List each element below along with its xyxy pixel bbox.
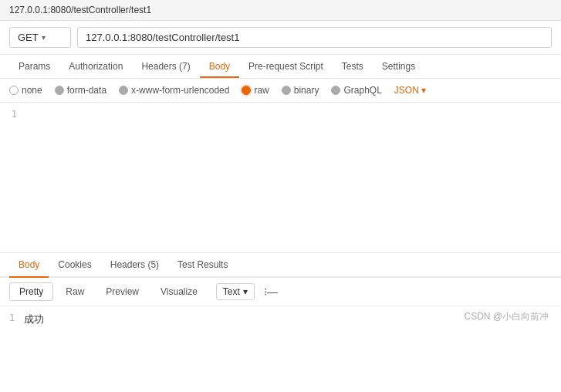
option-binary[interactable]: binary: [282, 85, 319, 96]
url-input[interactable]: [77, 27, 552, 48]
format-pretty-button[interactable]: Pretty: [9, 282, 53, 301]
option-graphql[interactable]: GraphQL: [331, 85, 381, 96]
top-url-text: 127.0.0.1:8080/testController/test1: [9, 5, 151, 15]
request-row: GET ▾: [0, 21, 561, 55]
response-tab-headers[interactable]: Headers (5): [101, 253, 168, 276]
watermark: CSDN @小白向前冲: [464, 310, 549, 323]
radio-raw-icon: [242, 86, 251, 95]
response-line-number: 1: [9, 313, 15, 323]
text-chevron-icon: ▾: [243, 286, 248, 297]
tab-tests[interactable]: Tests: [333, 55, 373, 78]
tab-authorization[interactable]: Authorization: [59, 55, 132, 78]
response-tab-test-results[interactable]: Test Results: [168, 253, 237, 276]
request-tabs-row: Params Authorization Headers (7) Body Pr…: [0, 55, 561, 79]
response-tabs-row: Body Cookies Headers (5) Test Results: [0, 253, 561, 278]
tab-headers[interactable]: Headers (7): [132, 55, 199, 78]
radio-none-icon: [9, 86, 19, 95]
response-tab-body[interactable]: Body: [9, 253, 49, 276]
body-options-row: none form-data x-www-form-urlencoded raw…: [0, 79, 561, 103]
format-preview-button[interactable]: Preview: [96, 283, 148, 300]
json-chevron-icon: ▾: [421, 85, 426, 96]
option-raw[interactable]: raw: [242, 85, 269, 96]
format-visualize-button[interactable]: Visualize: [151, 283, 207, 300]
tab-settings[interactable]: Settings: [373, 55, 424, 78]
line-number-1: 1: [6, 109, 17, 120]
tab-body[interactable]: Body: [200, 55, 239, 78]
response-format-row: Pretty Raw Preview Visualize Text ▾ ⁝―: [0, 278, 561, 306]
radio-graphql-icon: [331, 86, 340, 95]
response-section: Body Cookies Headers (5) Test Results Pr…: [0, 253, 561, 333]
tab-params[interactable]: Params: [9, 55, 59, 78]
filter-icon[interactable]: ⁝―: [264, 286, 278, 298]
line-numbers: 1: [0, 103, 23, 252]
radio-urlencoded-icon: [119, 86, 128, 95]
option-urlencoded[interactable]: x-www-form-urlencoded: [119, 85, 229, 96]
text-format-dropdown[interactable]: Text ▾: [216, 283, 255, 300]
option-form-data[interactable]: form-data: [55, 85, 106, 96]
editor-content[interactable]: [23, 103, 561, 252]
method-select[interactable]: GET ▾: [9, 27, 71, 48]
response-text: 成功: [24, 313, 44, 326]
tab-pre-request[interactable]: Pre-request Script: [239, 55, 333, 78]
method-label: GET: [18, 32, 39, 43]
method-chevron-icon: ▾: [42, 33, 46, 42]
editor-area: 1: [0, 103, 561, 253]
radio-form-data-icon: [55, 86, 64, 95]
json-dropdown[interactable]: JSON ▾: [394, 85, 426, 96]
format-raw-button[interactable]: Raw: [56, 283, 93, 300]
response-tab-cookies[interactable]: Cookies: [49, 253, 100, 276]
top-url-bar: 127.0.0.1:8080/testController/test1: [0, 0, 561, 21]
option-none[interactable]: none: [9, 85, 42, 96]
radio-binary-icon: [282, 86, 291, 95]
